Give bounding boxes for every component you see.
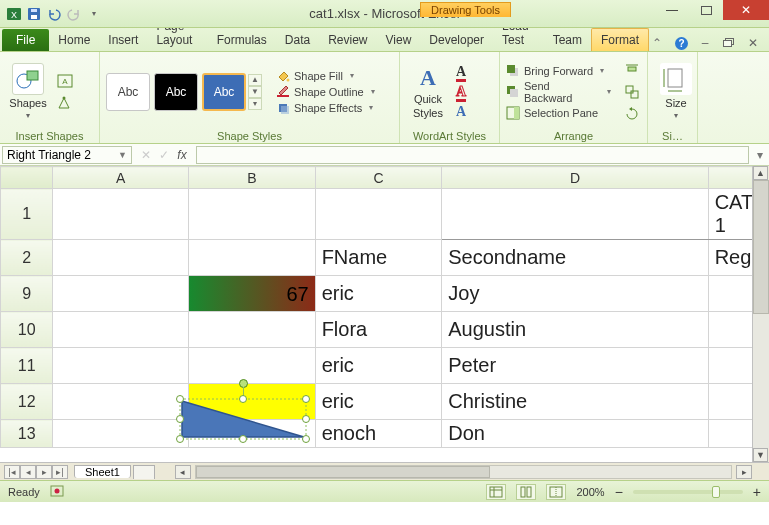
- shape-mini-gallery[interactable]: A: [56, 72, 74, 112]
- normal-view-button[interactable]: [486, 484, 506, 500]
- save-icon[interactable]: [26, 6, 42, 22]
- cell-d13[interactable]: Don: [442, 420, 708, 448]
- redo-icon[interactable]: [66, 6, 82, 22]
- page-layout-view-button[interactable]: [516, 484, 536, 500]
- tab-view[interactable]: View: [377, 29, 421, 51]
- text-effects-icon[interactable]: A: [456, 104, 466, 120]
- row-header-11[interactable]: 11: [1, 348, 53, 384]
- enter-icon[interactable]: ✓: [156, 148, 172, 162]
- shapes-button[interactable]: Shapes ▾: [6, 63, 50, 120]
- col-header-c[interactable]: C: [315, 167, 442, 189]
- col-header-d[interactable]: D: [442, 167, 708, 189]
- prev-sheet-button[interactable]: ◂: [20, 465, 36, 479]
- cell-d2[interactable]: Secondname: [442, 240, 708, 276]
- horizontal-scrollbar[interactable]: [195, 465, 732, 479]
- new-sheet-button[interactable]: [133, 465, 155, 479]
- qat-dropdown-icon[interactable]: ▾: [86, 6, 102, 22]
- workbook-restore-icon[interactable]: [721, 35, 737, 51]
- tab-data[interactable]: Data: [276, 29, 319, 51]
- select-all-corner[interactable]: [1, 167, 53, 189]
- sheet-tab-sheet1[interactable]: Sheet1: [74, 465, 131, 478]
- scroll-down-button[interactable]: ▼: [753, 448, 768, 462]
- fx-icon[interactable]: fx: [174, 148, 190, 162]
- zoom-slider[interactable]: [633, 490, 743, 494]
- next-sheet-button[interactable]: ▸: [36, 465, 52, 479]
- edit-shape-icon[interactable]: [56, 94, 74, 112]
- text-fill-icon[interactable]: A: [456, 64, 466, 80]
- style-swatch-3[interactable]: Abc: [202, 73, 246, 111]
- workbook-close-icon[interactable]: ✕: [745, 35, 761, 51]
- gallery-up-icon[interactable]: ▲: [248, 74, 262, 86]
- shape-outline-button[interactable]: Shape Outline▾: [276, 85, 375, 99]
- tab-team[interactable]: Team: [544, 29, 591, 51]
- macro-record-icon[interactable]: [50, 484, 64, 500]
- gallery-more-icon[interactable]: ▾: [248, 98, 262, 110]
- style-swatch-1[interactable]: Abc: [106, 73, 150, 111]
- selection-pane-button[interactable]: Selection Pane: [506, 106, 611, 120]
- cell-d9[interactable]: Joy: [442, 276, 708, 312]
- cell-d12[interactable]: Christine: [442, 384, 708, 420]
- shape-style-gallery[interactable]: Abc Abc Abc ▲ ▼ ▾: [106, 73, 262, 111]
- text-outline-icon[interactable]: A: [456, 84, 466, 100]
- bring-forward-button[interactable]: Bring Forward▾: [506, 64, 611, 78]
- cell-c11[interactable]: eric: [315, 348, 442, 384]
- workbook-minimize-icon[interactable]: –: [697, 35, 713, 51]
- cell-a9[interactable]: [53, 276, 189, 312]
- col-header-a[interactable]: A: [53, 167, 189, 189]
- tab-developer[interactable]: Developer: [420, 29, 493, 51]
- cell-b10[interactable]: [188, 312, 315, 348]
- gallery-down-icon[interactable]: ▼: [248, 86, 262, 98]
- row-header-10[interactable]: 10: [1, 312, 53, 348]
- help-icon[interactable]: ?: [673, 35, 689, 51]
- horizontal-scroll-thumb[interactable]: [196, 466, 490, 478]
- zoom-in-button[interactable]: +: [753, 484, 761, 500]
- expand-formula-bar-icon[interactable]: ▾: [751, 148, 769, 162]
- rotate-icon[interactable]: [623, 105, 641, 123]
- minimize-button[interactable]: —: [655, 0, 689, 20]
- group-icon[interactable]: [623, 83, 641, 101]
- cell-a1[interactable]: [53, 189, 189, 240]
- shape-fill-button[interactable]: Shape Fill▾: [276, 69, 375, 83]
- page-break-view-button[interactable]: [546, 484, 566, 500]
- vertical-scroll-thumb[interactable]: [753, 180, 769, 314]
- tab-formulas[interactable]: Formulas: [208, 29, 276, 51]
- scroll-right-button[interactable]: ▸: [736, 465, 752, 479]
- send-backward-button[interactable]: Send Backward▾: [506, 80, 611, 104]
- maximize-button[interactable]: [689, 0, 723, 20]
- cell-a12[interactable]: [53, 384, 189, 420]
- scroll-up-button[interactable]: ▲: [753, 166, 768, 180]
- size-button[interactable]: Size ▾: [654, 63, 698, 120]
- cell-c12[interactable]: eric: [315, 384, 442, 420]
- close-button[interactable]: ✕: [723, 0, 769, 20]
- zoom-level[interactable]: 200%: [576, 486, 604, 498]
- cancel-icon[interactable]: ✕: [138, 148, 154, 162]
- formula-input[interactable]: [196, 146, 749, 164]
- tab-insert[interactable]: Insert: [99, 29, 147, 51]
- minimize-ribbon-icon[interactable]: ⌃: [649, 35, 665, 51]
- cell-b13[interactable]: [188, 420, 315, 448]
- tab-file[interactable]: File: [2, 29, 49, 51]
- row-header-1[interactable]: 1: [1, 189, 53, 240]
- row-header-9[interactable]: 9: [1, 276, 53, 312]
- name-box[interactable]: Right Triangle 2▼: [2, 146, 132, 164]
- row-header-13[interactable]: 13: [1, 420, 53, 448]
- cell-c9[interactable]: eric: [315, 276, 442, 312]
- shape-effects-button[interactable]: Shape Effects▾: [276, 101, 375, 115]
- zoom-out-button[interactable]: −: [615, 484, 623, 500]
- cell-b1[interactable]: [188, 189, 315, 240]
- cell-d10[interactable]: Augustin: [442, 312, 708, 348]
- tab-home[interactable]: Home: [49, 29, 99, 51]
- cell-c1[interactable]: [315, 189, 442, 240]
- cell-b11[interactable]: [188, 348, 315, 384]
- cell-a10[interactable]: [53, 312, 189, 348]
- cell-c2[interactable]: FName: [315, 240, 442, 276]
- cell-c10[interactable]: Flora: [315, 312, 442, 348]
- undo-icon[interactable]: [46, 6, 62, 22]
- cell-a13[interactable]: [53, 420, 189, 448]
- col-header-b[interactable]: B: [188, 167, 315, 189]
- cell-a2[interactable]: [53, 240, 189, 276]
- cell-b9[interactable]: 67: [188, 276, 315, 312]
- row-header-12[interactable]: 12: [1, 384, 53, 420]
- dropdown-icon[interactable]: ▼: [118, 150, 127, 160]
- zoom-slider-knob[interactable]: [712, 486, 720, 498]
